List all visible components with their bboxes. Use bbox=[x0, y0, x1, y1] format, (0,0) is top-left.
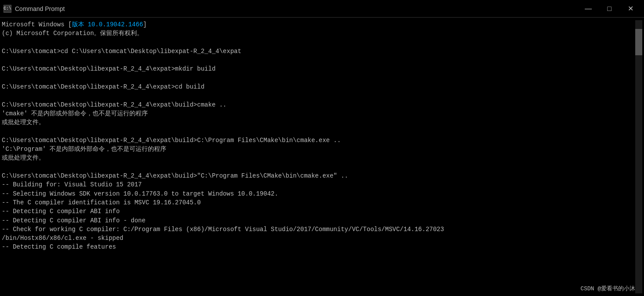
console-content: Microsoft Windows [版本 10.0.19042.1466] (… bbox=[2, 20, 635, 293]
console-line: -- Detecting C compiler ABI info bbox=[2, 207, 633, 216]
console-line: -- Check for working C compiler: C:/Prog… bbox=[2, 225, 633, 234]
console-line: C:\Users\tomcat>cd C:\Users\tomcat\Deskt… bbox=[2, 47, 633, 56]
console-line: 'cmake' 不是内部或外部命令，也不是可运行的程序 bbox=[2, 109, 633, 118]
command-prompt-window: C:\ Command Prompt — □ ✕ Microsoft Windo… bbox=[0, 0, 644, 296]
version-highlight: 版本 10.0.19042.1466 bbox=[72, 21, 143, 28]
console-line: C:\Users\tomcat\Desktop\libexpat-R_2_4_4… bbox=[2, 64, 633, 73]
console-line: -- The C compiler identification is MSVC… bbox=[2, 198, 633, 207]
console-line: C:\Users\tomcat\Desktop\libexpat-R_2_4_4… bbox=[2, 82, 633, 91]
console-area: Microsoft Windows [版本 10.0.19042.1466] (… bbox=[0, 18, 644, 296]
console-line-empty bbox=[2, 91, 633, 100]
title-bar: C:\ Command Prompt — □ ✕ bbox=[0, 0, 644, 18]
maximize-button[interactable]: □ bbox=[599, 2, 619, 16]
console-line: 或批处理文件。 bbox=[2, 118, 633, 127]
console-line: (c) Microsoft Corporation。保留所有权利。 bbox=[2, 29, 633, 38]
console-line-empty bbox=[2, 163, 633, 171]
window-controls: — □ ✕ bbox=[578, 2, 640, 16]
scrollbar[interactable] bbox=[635, 20, 642, 293]
console-line: 'C:\Program' 不是内部或外部命令，也不是可运行的程序 bbox=[2, 145, 633, 153]
console-line: /bin/Hostx86/x86/cl.exe - skipped bbox=[2, 234, 633, 243]
scrollbar-thumb[interactable] bbox=[635, 29, 642, 55]
cmd-icon: C:\ bbox=[4, 5, 11, 13]
title-bar-left: C:\ Command Prompt bbox=[4, 5, 65, 13]
close-button[interactable]: ✕ bbox=[620, 2, 640, 16]
watermark: CSDN @爱看书的小沐 bbox=[580, 285, 635, 292]
console-line: C:\Users\tomcat\Desktop\libexpat-R_2_4_4… bbox=[2, 136, 633, 145]
console-line-empty bbox=[2, 127, 633, 136]
console-line: -- Detecting C compiler ABI info - done bbox=[2, 216, 633, 225]
window-title: Command Prompt bbox=[15, 5, 65, 12]
console-line: -- Detecting C compile features bbox=[2, 243, 633, 251]
console-line: C:\Users\tomcat\Desktop\libexpat-R_2_4_4… bbox=[2, 100, 633, 109]
console-line-empty bbox=[2, 56, 633, 64]
console-line: C:\Users\tomcat\Desktop\libexpat-R_2_4_4… bbox=[2, 171, 633, 180]
console-line-empty bbox=[2, 74, 633, 82]
console-line: 或批处理文件。 bbox=[2, 153, 633, 162]
console-line: -- Building for: Visual Studio 15 2017 bbox=[2, 180, 633, 189]
console-line-empty bbox=[2, 38, 633, 47]
console-line: -- Selecting Windows SDK version 10.0.17… bbox=[2, 189, 633, 198]
minimize-button[interactable]: — bbox=[578, 2, 598, 16]
console-line: Microsoft Windows [版本 10.0.19042.1466] bbox=[2, 20, 633, 29]
